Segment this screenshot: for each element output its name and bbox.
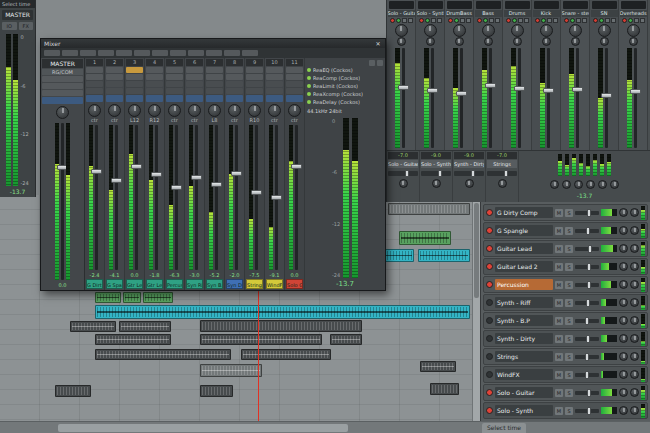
track-row[interactable]: WindFXMS [483, 366, 648, 383]
width-knob[interactable] [455, 37, 464, 46]
fader-slot[interactable] [215, 125, 218, 270]
toolbar-slot[interactable] [80, 50, 96, 56]
fader-cap[interactable] [171, 185, 182, 190]
send-slot[interactable] [246, 81, 263, 87]
fx-list-item[interactable]: ReaXcomp (Cockos) [307, 90, 383, 98]
pan-knob[interactable] [88, 104, 101, 117]
fader-cap[interactable] [504, 170, 508, 177]
track-name-label[interactable]: Syn Riff [186, 279, 203, 289]
track-name-label[interactable]: Percussion [166, 279, 183, 289]
fader-slot[interactable] [518, 48, 521, 148]
pan-knob[interactable] [569, 24, 582, 37]
fader-cap[interactable] [291, 164, 302, 169]
width-knob[interactable] [484, 37, 493, 46]
mute-button[interactable] [489, 18, 494, 23]
mute-button[interactable] [402, 18, 407, 23]
pan-knob[interactable] [619, 316, 628, 325]
fx-slot[interactable] [418, 1, 443, 9]
send-slot[interactable] [186, 88, 203, 94]
fx-slot[interactable] [534, 1, 559, 9]
fx-slot[interactable] [42, 83, 83, 89]
fader-cap[interactable] [485, 83, 496, 88]
solo-button[interactable]: S [565, 335, 573, 343]
route-button[interactable] [126, 95, 143, 102]
audio-item[interactable] [143, 292, 173, 303]
group-pan-knob[interactable] [465, 179, 474, 188]
audio-item[interactable] [123, 292, 141, 303]
track-name-label[interactable]: G Spangle [106, 279, 123, 289]
monitor-button[interactable] [570, 18, 575, 23]
slider-thumb[interactable] [585, 371, 589, 379]
close-icon[interactable]: ✕ [374, 40, 382, 47]
width-knob[interactable] [600, 37, 609, 46]
send-slot[interactable] [206, 88, 223, 94]
send-slot[interactable] [166, 88, 183, 94]
fx-slot[interactable] [186, 74, 203, 80]
route-button[interactable] [106, 95, 123, 102]
volume-slider[interactable] [575, 319, 599, 323]
fx-slot[interactable] [146, 74, 163, 80]
audio-item[interactable] [95, 334, 171, 345]
mute-button[interactable] [547, 18, 552, 23]
mute-button[interactable]: M [555, 299, 563, 307]
mute-button[interactable] [518, 18, 523, 23]
fader-cap[interactable] [514, 86, 525, 91]
fader-cap[interactable] [251, 190, 262, 195]
toolbar-slot[interactable] [62, 50, 78, 56]
solo-button[interactable]: S [565, 353, 573, 361]
slider-thumb[interactable] [585, 317, 589, 325]
record-arm-button[interactable] [486, 299, 493, 306]
monitor-button[interactable] [483, 18, 488, 23]
monitor-button[interactable] [454, 18, 459, 23]
width-knob[interactable] [630, 280, 639, 289]
width-knob[interactable] [513, 37, 522, 46]
arrange-vscrollbar[interactable] [472, 195, 480, 421]
send-slot[interactable] [166, 81, 183, 87]
fx-list-item[interactable]: ReaDelay (Cockos) [307, 98, 383, 106]
record-arm-button[interactable] [486, 407, 493, 414]
pan-knob[interactable] [482, 24, 495, 37]
fader-slot[interactable] [195, 125, 198, 270]
slider-thumb[interactable] [587, 281, 591, 289]
audio-item[interactable] [95, 349, 231, 360]
group-fader[interactable] [421, 171, 451, 176]
fx-slot[interactable] [42, 76, 83, 82]
send-slot[interactable] [206, 81, 223, 87]
record-arm-button[interactable] [593, 18, 598, 23]
cluster-knob[interactable] [574, 180, 583, 189]
route-button[interactable] [206, 95, 223, 102]
mute-button[interactable]: M [555, 263, 563, 271]
solo-button[interactable]: S [565, 371, 573, 379]
send-slot[interactable] [106, 81, 123, 87]
record-arm-button[interactable] [622, 18, 627, 23]
fader-cap[interactable] [438, 170, 442, 177]
fx-slot[interactable] [146, 67, 163, 73]
width-knob[interactable] [630, 352, 639, 361]
pan-knob[interactable] [128, 104, 141, 117]
route-button[interactable] [166, 95, 183, 102]
volume-slider[interactable] [575, 373, 599, 377]
fx-slot[interactable] [592, 1, 617, 9]
fx-slot[interactable] [86, 74, 103, 80]
select-time-tab[interactable]: Select time [482, 423, 526, 433]
pan-knob[interactable] [619, 406, 628, 415]
fx-slot[interactable] [563, 1, 588, 9]
solo-button[interactable] [437, 18, 442, 23]
record-arm-button[interactable] [486, 317, 493, 324]
audio-item[interactable] [420, 361, 456, 372]
pan-knob[interactable] [627, 24, 640, 37]
mute-button[interactable]: M [555, 407, 563, 415]
mute-button[interactable]: M [555, 209, 563, 217]
audio-item[interactable] [388, 203, 470, 215]
cluster-knob[interactable] [550, 180, 559, 189]
toolbar-slot[interactable] [206, 50, 222, 56]
pan-knob[interactable] [619, 280, 628, 289]
toolbar-slot[interactable] [224, 50, 240, 56]
width-knob[interactable] [542, 37, 551, 46]
toolbar-slot[interactable] [242, 50, 258, 56]
pan-knob[interactable] [395, 24, 408, 37]
audio-item[interactable] [200, 320, 362, 332]
fx-slot[interactable] [246, 67, 263, 73]
fader-cap[interactable] [191, 175, 202, 180]
record-arm-button[interactable] [477, 18, 482, 23]
